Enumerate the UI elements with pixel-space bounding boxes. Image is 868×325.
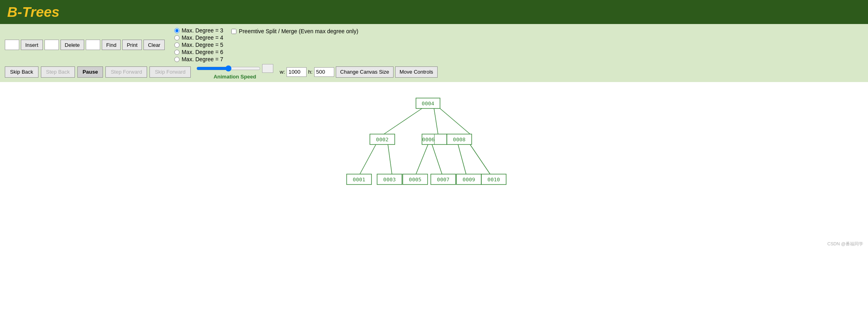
delete-input[interactable]	[44, 40, 59, 50]
degree-5-label[interactable]: Max. Degree = 5	[174, 42, 223, 48]
svg-text:0006: 0006	[422, 136, 434, 142]
svg-line-15	[432, 144, 442, 174]
clear-button[interactable]: Clear	[143, 40, 165, 50]
degree-5-text: Max. Degree = 5	[182, 42, 223, 48]
svg-line-12	[360, 144, 376, 174]
degree-6-label[interactable]: Max. Degree = 6	[174, 49, 223, 55]
animation-row: Skip Back Step Back Pause Step Forward S…	[5, 64, 863, 80]
degree-4-label[interactable]: Max. Degree = 4	[174, 34, 223, 41]
preemtive-checkbox[interactable]	[231, 29, 236, 34]
svg-line-4	[440, 108, 470, 134]
controls-area: Insert Delete Find Print Clear Max. Degr…	[0, 24, 868, 82]
step-back-button[interactable]: Step Back	[41, 66, 75, 78]
degree-6-radio[interactable]	[174, 50, 180, 55]
degree-3-label[interactable]: Max. Degree = 3	[174, 27, 223, 34]
svg-line-17	[470, 144, 490, 174]
insert-button[interactable]: Insert	[21, 40, 43, 50]
preemtive-section: Preemtive Split / Merge (Even max degree…	[231, 28, 358, 34]
degree-6-text: Max. Degree = 6	[182, 49, 223, 55]
svg-text:0007: 0007	[437, 177, 449, 183]
speed-slider[interactable]	[196, 66, 260, 71]
svg-text:0001: 0001	[353, 177, 365, 183]
canvas-size-area: w: h: Change Canvas Size Move Controls	[280, 66, 438, 78]
delete-button[interactable]: Delete	[61, 40, 85, 50]
svg-text:0002: 0002	[376, 136, 388, 142]
degree-7-label[interactable]: Max. Degree = 7	[174, 56, 223, 62]
skip-forward-button[interactable]: Skip Forward	[149, 66, 191, 78]
svg-line-13	[388, 144, 392, 174]
preemtive-label: Preemtive Split / Merge (Even max degree…	[239, 28, 358, 34]
speed-slider-row	[196, 64, 273, 73]
height-input[interactable]	[314, 67, 334, 77]
svg-text:0003: 0003	[383, 177, 396, 183]
degree-and-preemtive: Max. Degree = 3 Max. Degree = 4 Max. Deg…	[166, 27, 358, 62]
svg-text:0008: 0008	[453, 136, 465, 142]
svg-line-16	[458, 144, 466, 174]
toolbar-row: Insert Delete Find Print Clear Max. Degr…	[5, 27, 863, 62]
svg-line-14	[416, 144, 428, 174]
degree-3-radio[interactable]	[174, 28, 180, 33]
degree-5-radio[interactable]	[174, 42, 180, 48]
speed-value-box	[262, 64, 273, 73]
change-canvas-button[interactable]: Change Canvas Size	[336, 66, 394, 78]
svg-line-2	[384, 108, 422, 134]
svg-text:0009: 0009	[462, 177, 475, 183]
step-forward-button[interactable]: Step Forward	[105, 66, 147, 78]
degree-7-radio[interactable]	[174, 57, 180, 62]
speed-container: Animation Speed	[196, 64, 273, 80]
canvas-area: 0004 0002 0006 0008 0001 0003 0005	[0, 82, 868, 250]
width-input[interactable]	[287, 67, 307, 77]
find-button[interactable]: Find	[102, 40, 121, 50]
svg-line-3	[434, 108, 438, 134]
svg-text:0005: 0005	[409, 177, 421, 183]
print-button[interactable]: Print	[122, 40, 142, 50]
skip-back-button[interactable]: Skip Back	[5, 66, 38, 78]
degree-7-text: Max. Degree = 7	[182, 56, 223, 62]
degree-3-text: Max. Degree = 3	[182, 27, 223, 34]
degree-radio-group: Max. Degree = 3 Max. Degree = 4 Max. Deg…	[174, 27, 223, 62]
app-title: B-Trees	[7, 4, 861, 20]
w-label: w:	[280, 69, 285, 75]
watermark: CSDN @番福同学	[828, 241, 863, 247]
app-header: B-Trees	[0, 0, 868, 24]
degree-4-text: Max. Degree = 4	[182, 34, 223, 41]
degree-4-radio[interactable]	[174, 35, 180, 40]
tree-svg: 0004 0002 0006 0008 0001 0003 0005	[314, 86, 554, 238]
svg-text:0010: 0010	[487, 177, 500, 183]
move-controls-button[interactable]: Move Controls	[395, 66, 438, 78]
svg-text:0004: 0004	[422, 100, 434, 106]
insert-input[interactable]	[5, 40, 19, 50]
speed-label: Animation Speed	[214, 74, 256, 80]
find-input[interactable]	[86, 40, 100, 50]
h-label: h:	[308, 69, 313, 75]
pause-button[interactable]: Pause	[77, 66, 103, 78]
